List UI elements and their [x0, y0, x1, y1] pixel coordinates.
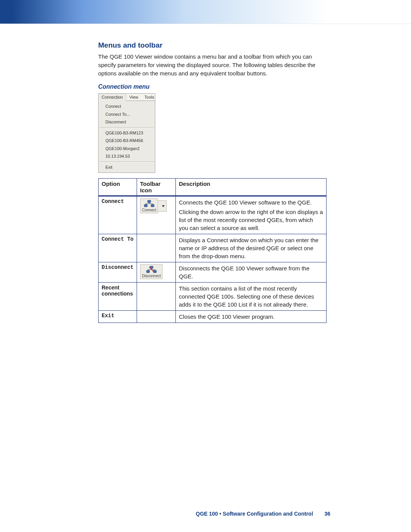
- menu-item-exit[interactable]: Exit: [99, 163, 155, 171]
- col-icon: Toolbar Icon: [137, 179, 176, 196]
- toolbar-icon-cell: [137, 283, 176, 311]
- description-text: Displays a Connect window on which you c…: [179, 236, 323, 260]
- option-cell: Connect To: [99, 234, 137, 262]
- page-content: Menus and toolbar The QGE 100 Viewer win…: [98, 41, 330, 323]
- toolbar-icon-cell: [137, 311, 176, 323]
- menu-dropdown: Connect Connect To... Disconnect QGE100-…: [99, 101, 155, 173]
- description-text: Clicking the down arrow to the right of …: [179, 208, 323, 232]
- connect-toolbar-icon[interactable]: Connect: [140, 198, 158, 213]
- table-row: Connect ToDisplays a Connect window on w…: [99, 234, 327, 262]
- col-desc: Description: [176, 179, 327, 196]
- menu-item-recent[interactable]: QGE100-Morgan2: [99, 145, 155, 153]
- description-cell: Connects the QGE 100 Viewer software to …: [176, 196, 327, 234]
- page-footer: QGE 100 • Software Configuration and Con…: [98, 511, 330, 517]
- description-text: This section contains a list of the most…: [179, 284, 323, 308]
- menu-view[interactable]: View: [126, 94, 142, 101]
- intro-paragraph: The QGE 100 Viewer window contains a men…: [98, 53, 330, 77]
- connection-menu-reference-table: Option Toolbar Icon Description ConnectC…: [98, 178, 327, 323]
- option-cell: Disconnect: [99, 262, 137, 283]
- footer-text: QGE 100 • Software Configuration and Con…: [196, 511, 313, 517]
- table-header-row: Option Toolbar Icon Description: [99, 179, 327, 196]
- page-number: 36: [324, 511, 330, 517]
- menu-item-connect[interactable]: Connect: [99, 102, 155, 110]
- description-cell: Closes the QGE 100 Viewer program.: [176, 311, 327, 323]
- menu-item-recent[interactable]: QGE100-B3-RM456: [99, 137, 155, 145]
- menu-item-disconnect[interactable]: Disconnect: [99, 118, 155, 126]
- connection-menu-screenshot: Connection View Tools Connect Connect To…: [98, 93, 155, 173]
- page: Menus and toolbar The QGE 100 Viewer win…: [0, 0, 411, 532]
- table-row: ConnectConnectConnects the QGE 100 Viewe…: [99, 196, 327, 234]
- svg-rect-2: [151, 204, 154, 207]
- disconnect-toolbar-icon[interactable]: Disconnect: [140, 264, 162, 279]
- option-cell: Exit: [99, 311, 137, 323]
- toolbar-icon-cell: Disconnect: [137, 262, 176, 283]
- description-text: Disconnects the QGE 100 Viewer software …: [179, 264, 323, 280]
- menu-item-recent[interactable]: 10.13.194.53: [99, 152, 155, 160]
- description-text: Closes the QGE 100 Viewer program.: [179, 313, 323, 321]
- table-row: DisconnectDisconnectDisconnects the QGE …: [99, 262, 327, 283]
- toolbar-icon-label: Connect: [142, 208, 156, 212]
- dropdown-caret-icon[interactable]: [162, 205, 165, 207]
- svg-rect-4: [147, 270, 150, 273]
- menu-separator: [99, 161, 154, 162]
- description-cell: Disconnects the QGE 100 Viewer software …: [176, 262, 327, 283]
- page-header-bar: [0, 0, 411, 24]
- description-cell: This section contains a list of the most…: [176, 283, 327, 311]
- table-row: Recent connectionsThis section contains …: [99, 283, 327, 311]
- option-cell: Connect: [99, 196, 137, 234]
- toolbar-icon-cell: Connect: [137, 196, 176, 234]
- menu-tools[interactable]: Tools: [141, 94, 157, 101]
- menu-bar: Connection View Tools: [99, 94, 155, 101]
- svg-rect-1: [144, 204, 147, 207]
- description-text: Connects the QGE 100 Viewer software to …: [179, 198, 323, 206]
- col-option: Option: [99, 179, 137, 196]
- toolbar-icon-label: Disconnect: [142, 274, 161, 278]
- section-heading: Menus and toolbar: [98, 41, 330, 50]
- menu-item-connect-to[interactable]: Connect To...: [99, 110, 155, 118]
- menu-separator: [99, 127, 154, 128]
- subsection-heading: Connection menu: [98, 83, 330, 90]
- menu-item-recent[interactable]: QGE100-B3-RM123: [99, 129, 155, 137]
- table-row: ExitCloses the QGE 100 Viewer program.: [99, 311, 327, 323]
- svg-rect-0: [148, 200, 151, 203]
- description-cell: Displays a Connect window on which you c…: [176, 234, 327, 262]
- toolbar-icon-cell: [137, 234, 176, 262]
- menu-connection[interactable]: Connection: [99, 94, 126, 101]
- option-cell: Recent connections: [99, 283, 137, 311]
